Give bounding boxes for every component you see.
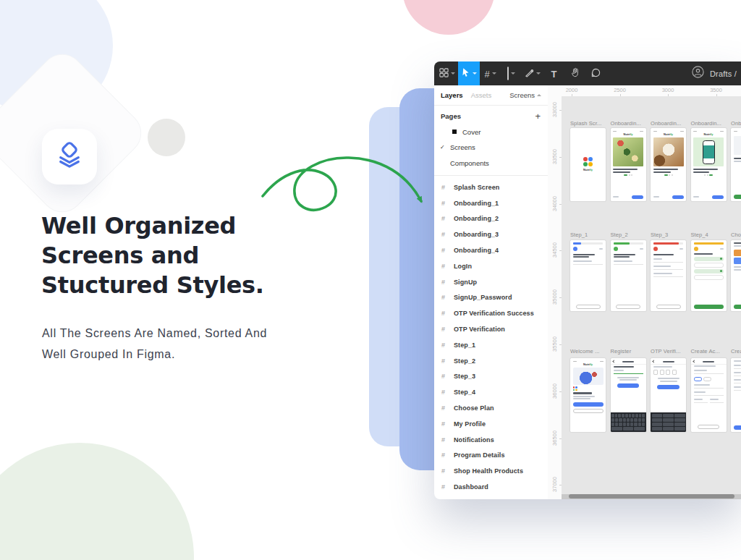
canvas-frame[interactable]: Nutrify	[691, 128, 727, 201]
layer-label: SignUp	[454, 279, 477, 286]
layer-item[interactable]: #SignUp	[434, 274, 548, 290]
frame-title[interactable]: Crea...	[731, 348, 741, 355]
frame-title[interactable]: Cho...	[731, 232, 741, 238]
frame-title[interactable]: Onboardin...	[611, 120, 641, 127]
canvas-frame[interactable]	[651, 358, 686, 432]
add-page-button[interactable]: +	[535, 111, 541, 122]
layers-panel: Layers Assets Screens Pages + Cover✓Scre…	[434, 85, 548, 496]
frame-title[interactable]: Onboardin...	[651, 120, 681, 127]
canvas-frame[interactable]	[691, 240, 727, 311]
canvas-frame[interactable]: Nutrify	[570, 358, 606, 432]
curved-arrow	[253, 141, 434, 221]
frame-title[interactable]: Onboardin...	[691, 120, 721, 127]
layer-item[interactable]: #Dashboard	[434, 479, 548, 495]
layer-item[interactable]: #OTP Verification	[434, 321, 548, 337]
canvas-frame[interactable]	[570, 240, 606, 311]
frame-tool-button[interactable]: #	[480, 61, 501, 85]
page-item-cover[interactable]: Cover	[434, 124, 548, 140]
frame-title[interactable]: Register	[611, 348, 632, 355]
frame-title[interactable]: Step_1	[570, 232, 588, 238]
hand-tool-button[interactable]	[564, 61, 585, 85]
text-tool-button[interactable]: T	[543, 61, 564, 85]
layer-label: Shop Health Products	[454, 467, 523, 475]
frame-title[interactable]: Step_4	[691, 232, 708, 238]
layer-label: Onboarding_1	[454, 200, 499, 207]
layer-item[interactable]: #Splash Screen	[434, 179, 548, 195]
frame-icon: #	[441, 436, 454, 444]
tab-assets[interactable]: Assets	[471, 91, 492, 99]
shape-tool-icon	[507, 67, 509, 80]
layer-label: Program Details	[454, 451, 505, 459]
layer-label: SignUp_Password	[454, 294, 512, 301]
layer-item[interactable]: #My Profile	[434, 416, 548, 432]
subtitle-line-2: Well Grouped In Figma.	[42, 344, 267, 365]
layer-item[interactable]: #Onboarding_4	[434, 242, 548, 258]
main-menu-button[interactable]	[436, 61, 458, 85]
layer-label: Step_3	[454, 373, 475, 380]
chevron-up-icon	[537, 94, 541, 96]
canvas-frame[interactable]	[611, 358, 646, 432]
frame-icon: #	[441, 451, 454, 459]
layer-item[interactable]: #LogIn	[434, 258, 548, 274]
layer-item[interactable]: #Step_3	[434, 369, 548, 385]
frame-icon: #	[441, 357, 454, 365]
frame-title[interactable]: Welcome ...	[570, 348, 600, 355]
frame-title[interactable]: Onb...	[731, 120, 741, 127]
frame-icon: #	[441, 326, 454, 333]
layer-item[interactable]: #SignUp_Password	[434, 290, 548, 306]
pen-tool-button[interactable]	[522, 61, 543, 85]
layer-item[interactable]: #OTP Verification Success	[434, 305, 548, 321]
page-item-components[interactable]: Components	[434, 156, 548, 171]
frame-title[interactable]: Step_2	[611, 232, 628, 238]
hand-tool-icon	[570, 67, 580, 80]
frame-icon: #	[441, 294, 454, 301]
canvas-frame[interactable]: Nutrify	[570, 128, 606, 201]
layer-item[interactable]: #Step_4	[434, 384, 548, 400]
move-tool-button[interactable]	[458, 61, 480, 85]
title-line-2: Screens and	[41, 241, 264, 271]
canvas-frame[interactable]: Nutrify	[611, 128, 646, 201]
canvas-frame[interactable]	[731, 128, 741, 201]
avatar[interactable]	[692, 66, 704, 81]
layer-item[interactable]: #Program Details	[434, 448, 548, 464]
breadcrumb-drafts[interactable]: Drafts /	[710, 69, 737, 78]
chevron-down-icon	[511, 72, 515, 75]
frame-title[interactable]: OTP Verifi...	[651, 348, 681, 355]
title-line-3: Stuctured Styles.	[41, 271, 264, 300]
canvas-frame[interactable]	[731, 240, 741, 311]
frame-title[interactable]: Step_3	[651, 232, 668, 238]
page-selector[interactable]: Screens	[509, 91, 541, 99]
ruler-label: 35000	[551, 287, 558, 308]
layer-label: My Profile	[454, 420, 486, 428]
canvas-frame[interactable]	[611, 240, 646, 311]
frame-tool-icon: #	[484, 67, 489, 80]
layer-item[interactable]: #Step_1	[434, 337, 548, 353]
frame-title[interactable]: Create Ac...	[691, 348, 720, 355]
layer-label: Step_2	[454, 357, 475, 365]
ruler-label: 33500	[551, 145, 558, 167]
layer-item[interactable]: #Shop Health Products	[434, 463, 548, 479]
canvas-frame[interactable]	[651, 240, 686, 311]
comment-tool-button[interactable]	[585, 61, 606, 85]
layer-item[interactable]: #Onboarding_1	[434, 195, 548, 211]
canvas-frame[interactable]	[691, 358, 727, 432]
figma-canvas[interactable]: Splash Scr...NutrifyOnboardin...NutrifyO…	[562, 96, 741, 499]
canvas-frame[interactable]: Nutrify	[651, 128, 686, 201]
layer-label: Onboarding_3	[454, 231, 499, 238]
frame-title[interactable]: Splash Scr...	[570, 120, 601, 127]
layer-item[interactable]: #Onboarding_2	[434, 211, 548, 227]
canvas-frame[interactable]	[731, 358, 741, 432]
layer-item[interactable]: #Choose Plan	[434, 400, 548, 416]
subtitle-line-1: All The Screens Are Named, Sorted And	[42, 323, 267, 344]
shape-tool-button[interactable]	[501, 61, 522, 85]
check-icon: ✓	[440, 144, 445, 150]
page-item-screens[interactable]: ✓Screens	[434, 140, 548, 156]
tab-layers[interactable]: Layers	[441, 91, 463, 99]
layer-item[interactable]: #Step_2	[434, 353, 548, 369]
frame-icon: #	[441, 389, 454, 396]
layer-item[interactable]: #Notifications	[434, 432, 548, 448]
ruler-label: 2500	[614, 87, 626, 93]
scrollbar-thumb[interactable]	[569, 494, 734, 499]
divider	[434, 175, 548, 176]
layer-item[interactable]: #Onboarding_3	[434, 226, 548, 242]
